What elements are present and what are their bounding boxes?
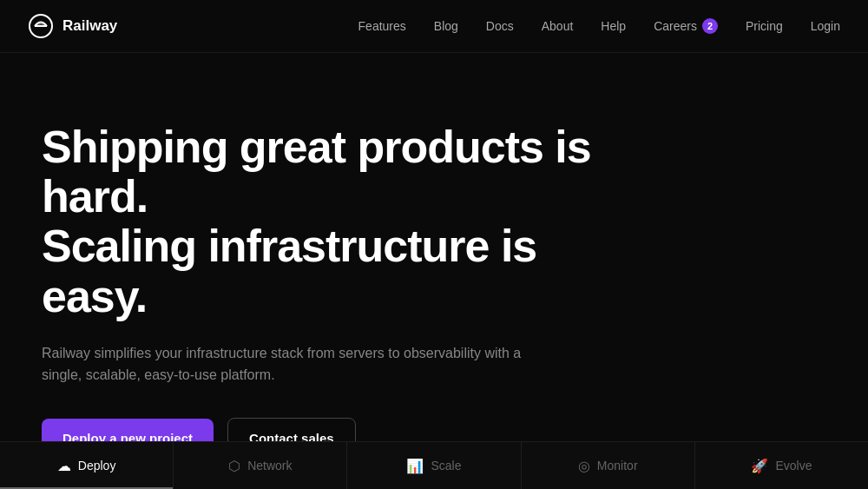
nav-pricing[interactable]: Pricing — [746, 19, 783, 33]
deploy-icon: ☁ — [57, 458, 71, 474]
nav-links: Features Blog Docs About Help Careers 2 … — [358, 18, 840, 34]
tab-scale-label: Scale — [431, 459, 461, 472]
hero-title-line1: Shipping great products is hard. — [42, 122, 591, 221]
nav-about[interactable]: About — [542, 19, 574, 33]
tab-monitor[interactable]: ◎ Monitor — [522, 442, 695, 489]
nav-blog[interactable]: Blog — [434, 19, 458, 33]
evolve-icon: 🚀 — [751, 458, 768, 474]
hero-title-line2: Scaling infrastructure is easy. — [42, 221, 536, 320]
tab-network-label: Network — [247, 459, 292, 472]
nav-careers-label: Careers — [654, 19, 697, 33]
tab-monitor-label: Monitor — [597, 459, 638, 472]
logo-text: Railway — [62, 17, 117, 35]
nav-docs[interactable]: Docs — [486, 19, 514, 33]
navbar: Railway Features Blog Docs About Help Ca… — [0, 0, 868, 53]
tab-network[interactable]: ⬡ Network — [174, 442, 347, 489]
nav-features[interactable]: Features — [358, 19, 406, 33]
bottom-tabs: ☁ Deploy ⬡ Network 📊 Scale ◎ Monitor 🚀 E… — [0, 441, 868, 489]
hero-title: Shipping great products is hard. Scaling… — [42, 122, 649, 321]
tab-scale[interactable]: 📊 Scale — [347, 442, 521, 489]
tab-deploy-label: Deploy — [78, 459, 116, 472]
tab-evolve[interactable]: 🚀 Evolve — [695, 442, 868, 489]
nav-careers[interactable]: Careers 2 — [654, 18, 718, 34]
careers-badge: 2 — [702, 18, 718, 34]
hero-section: Shipping great products is hard. Scaling… — [0, 53, 868, 459]
logo-link[interactable]: Railway — [28, 13, 117, 39]
network-icon: ⬡ — [228, 458, 240, 474]
monitor-icon: ◎ — [578, 458, 590, 474]
scale-icon: 📊 — [406, 458, 424, 474]
tab-deploy[interactable]: ☁ Deploy — [0, 442, 174, 489]
hero-subtitle: Railway simplifies your infrastructure s… — [42, 342, 528, 387]
railway-logo-icon — [28, 13, 54, 39]
nav-login[interactable]: Login — [811, 19, 840, 33]
nav-help[interactable]: Help — [601, 19, 626, 33]
tab-evolve-label: Evolve — [775, 459, 812, 472]
